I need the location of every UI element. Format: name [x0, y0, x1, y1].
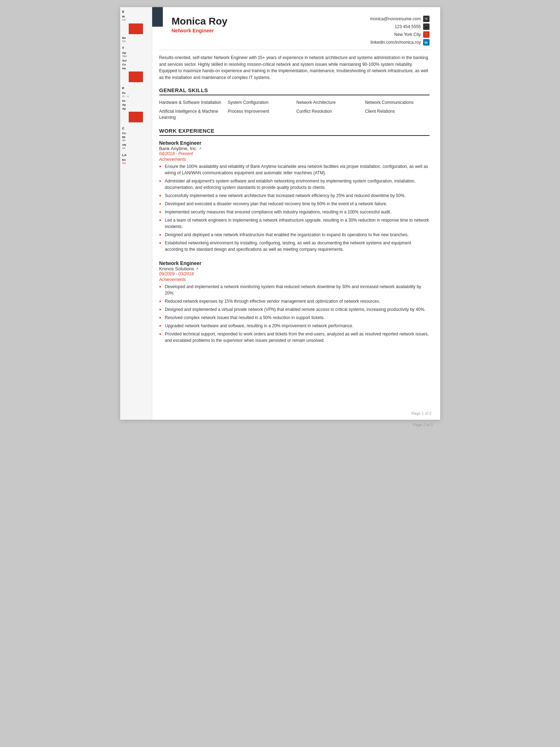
work-experience-section: WORK EXPERIENCE Network Engineer Bank An… — [159, 128, 430, 344]
achievement-2-4: Resolved complex network issues that res… — [159, 314, 430, 321]
job-dates-1: 04/2018 - Present — [159, 151, 430, 156]
page-2-label: Page 2 of 2 — [120, 423, 440, 427]
candidate-name: Monica Roy — [172, 16, 228, 27]
sidebar-item: Un — [120, 18, 152, 22]
email-text: monica@novoresume.com — [370, 16, 421, 21]
summary-text: Results-oriented, self-starter Network E… — [159, 54, 430, 81]
contact-linkedin: linkedin.com/in/monica.roy in — [370, 39, 429, 46]
skill-item-8: Client Relations — [365, 108, 430, 121]
contact-phone: 123 454 5555 📱 — [395, 23, 429, 30]
sidebar-item: Sol — [120, 58, 152, 62]
skill-item-7: Conflict Resolution — [297, 108, 361, 121]
sidebar-item: Ha — [120, 66, 152, 70]
skills-section: GENERAL SKILLS Hardware & Software Insta… — [159, 87, 430, 120]
sidebar-item: U... c — [120, 95, 152, 99]
achievement-2-6: Provided technical support, responded to… — [159, 331, 430, 344]
sidebar-item: Na — [120, 161, 152, 165]
page-number-1: Page 1 of 2 — [411, 411, 431, 415]
sidebar-red-bar-2 — [129, 71, 143, 82]
job-entry-1: Network Engineer Bank Anytime, Inc. ↗ 04… — [159, 140, 430, 253]
sidebar-item: Op — [120, 51, 152, 54]
skills-grid: Hardware & Software Installation System … — [159, 100, 430, 120]
achievement-1-7: Designed and deployed a new network infr… — [159, 232, 430, 238]
sidebar-item: Im — [120, 99, 152, 102]
sidebar-item: Pe — [120, 91, 152, 95]
linkedin-icon: in — [423, 39, 430, 46]
skill-item-1: Hardware & Software Installation — [159, 100, 224, 106]
sidebar-red-bar — [129, 23, 143, 34]
sidebar-item: Mi — [120, 135, 152, 139]
email-icon: ✉ — [423, 16, 430, 22]
phone-text: 123 454 5555 — [395, 24, 421, 29]
achievement-2-3: Designed and implemented a virtual priva… — [159, 306, 430, 313]
achievement-1-4: Developed and executed a disaster recove… — [159, 201, 430, 207]
linkedin-text: linkedin.com/in/monica.roy — [370, 40, 421, 45]
achievement-2-1: Developed and implemented a network moni… — [159, 284, 430, 296]
achievements-list-2: Developed and implemented a network moni… — [159, 284, 430, 344]
achievements-list-1: Ensure the 100% availability and reliabi… — [159, 163, 430, 253]
resume-header: Monica Roy Network Engineer monica@novor… — [159, 16, 430, 50]
sidebar-red-bar-3 — [129, 112, 143, 122]
achievement-2-5: Upgraded network hardware and software, … — [159, 323, 430, 329]
job-dates-2: 09/2009 - 03/2018 — [159, 271, 430, 276]
skill-item-6: Process Improvement — [228, 108, 292, 121]
job-title-2: Network Engineer — [159, 260, 430, 266]
achievements-label-1: Achievements — [159, 157, 430, 162]
company-name-1: Bank Anytime, Inc. — [159, 146, 198, 151]
sidebar-item: Vir — [120, 147, 152, 150]
skill-item-2: System Configuration — [228, 100, 292, 106]
location-text: New York City — [394, 32, 421, 37]
job-title-1: Network Engineer — [159, 140, 430, 146]
sidebar-section-c: C — [120, 124, 152, 131]
skill-item-3: Network Architecture — [297, 100, 361, 106]
achievement-1-8: Established networking environment by in… — [159, 240, 430, 253]
sidebar-item: M. — [120, 14, 152, 18]
sidebar-item: Ap — [120, 102, 152, 106]
sidebar-item: Wi — [120, 139, 152, 143]
achievement-1-3: Successfully implemented a new network a… — [159, 192, 430, 199]
contact-location: New York City 📍 — [394, 31, 430, 38]
skill-item-4: Network Communications — [365, 100, 430, 106]
sidebar-item: Ap — [120, 106, 152, 110]
skills-section-title: GENERAL SKILLS — [159, 87, 430, 95]
sidebar-section-e: E — [120, 7, 152, 14]
sidebar-item: Ba — [120, 36, 152, 39]
skill-item-5: Artificial Intelligence & Machine Learni… — [159, 108, 224, 121]
ext-link-icon-1: ↗ — [199, 147, 202, 150]
sidebar-item: VN — [120, 143, 152, 147]
ext-link-icon-2: ↗ — [196, 267, 198, 271]
location-icon: 📍 — [423, 31, 430, 38]
candidate-title: Network Engineer — [172, 28, 228, 33]
work-experience-title: WORK EXPERIENCE — [159, 128, 430, 136]
sidebar-item: Co — [120, 131, 152, 135]
main-content: Monica Roy Network Engineer monica@novor… — [152, 7, 440, 360]
header-right: monica@novoresume.com ✉ 123 454 5555 📱 N… — [370, 16, 430, 46]
page-1: E M. Un Ba Un T Op Sys Sol Co Ha P Pe U.… — [120, 7, 440, 420]
achievement-1-6: Led a team of network engineers in imple… — [159, 217, 430, 230]
contact-email: monica@novoresume.com ✉ — [370, 16, 430, 22]
job-entry-2: Network Engineer Kronos Solutions ↗ 09/2… — [159, 260, 430, 344]
sidebar-section-la: LA — [120, 150, 152, 158]
header-left: Monica Roy Network Engineer — [159, 16, 228, 33]
sidebar-strip: E M. Un Ba Un T Op Sys Sol Co Ha P Pe U.… — [120, 7, 152, 420]
achievement-1-2: Administer all equipment's system softwa… — [159, 178, 430, 191]
sidebar-section-t: T — [120, 43, 152, 51]
sidebar-section-p: P — [120, 84, 152, 91]
sidebar-item: Sys — [120, 54, 152, 58]
sidebar-item: En — [120, 158, 152, 161]
achievement-1-5: Implemented security measures that ensur… — [159, 209, 430, 215]
achievement-1-1: Ensure the 100% availability and reliabi… — [159, 163, 430, 176]
phone-icon: 📱 — [423, 23, 430, 30]
achievement-2-2: Reduced network expenses by 15% through … — [159, 298, 430, 304]
company-name-2: Kronos Solutions — [159, 266, 194, 271]
job-company-1: Bank Anytime, Inc. ↗ — [159, 146, 430, 151]
job-company-2: Kronos Solutions ↗ — [159, 266, 430, 271]
sidebar-item: Co — [120, 62, 152, 66]
sidebar-item: Un — [120, 39, 152, 43]
achievements-label-2: Achievements — [159, 277, 430, 282]
